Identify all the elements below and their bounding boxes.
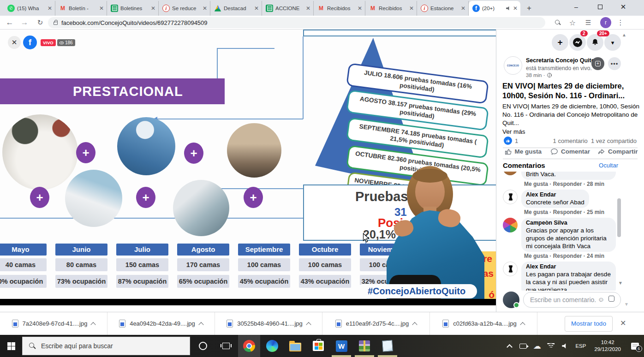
- winrar-taskbar-button[interactable]: [353, 335, 376, 357]
- comment[interactable]: Campeòn Silva Gracias por apoyar a los g…: [503, 218, 630, 259]
- account-menu-button[interactable]: ▾: [604, 34, 621, 51]
- commenter-avatar[interactable]: [503, 218, 518, 232]
- comment-meta[interactable]: Me gusta · Responder · 25 min: [524, 209, 630, 215]
- downloads-close-icon[interactable]: ✕: [620, 319, 626, 327]
- close-video-button[interactable]: ✕: [8, 36, 21, 49]
- notification-center-button[interactable]: 6: [626, 335, 644, 357]
- browser-tab[interactable]: Se reduce ✕: [159, 1, 210, 16]
- tab-close-icon[interactable]: ✕: [254, 5, 259, 12]
- store-taskbar-button[interactable]: [307, 335, 329, 357]
- tab-close-icon[interactable]: ✕: [358, 5, 362, 12]
- chevron-up-icon[interactable]: [520, 322, 525, 327]
- tray-expand-button[interactable]: [502, 335, 516, 357]
- zoom-icon[interactable]: [552, 17, 564, 29]
- scroll-up-icon[interactable]: ▲: [622, 32, 626, 37]
- browser-tab[interactable]: Boletín - ✕: [55, 1, 107, 16]
- browser-tab[interactable]: Estacione ✕: [417, 1, 469, 16]
- comment-button[interactable]: Comentar: [547, 145, 594, 158]
- browser-tab[interactable]: (15) Wha ✕: [4, 1, 55, 16]
- comment[interactable]: Saludos Señora Concejala Brith Vaca. Me …: [503, 172, 630, 187]
- taskbar-search[interactable]: Escribe aquí para buscar: [22, 337, 190, 355]
- comment[interactable]: Alex Endar Concrete señor Abad Me gusta …: [503, 190, 630, 215]
- tab-close-icon[interactable]: ✕: [306, 5, 310, 12]
- save-video-button[interactable]: +: [591, 57, 604, 70]
- chevron-up-icon[interactable]: [91, 322, 96, 327]
- language-indicator[interactable]: ESP: [572, 343, 590, 349]
- back-icon[interactable]: ←: [4, 17, 16, 29]
- reading-list-icon[interactable]: ☰: [582, 17, 594, 29]
- sticker-icon[interactable]: [608, 296, 614, 302]
- notepad-taskbar-button[interactable]: [376, 335, 399, 357]
- clock[interactable]: 10:42 29/12/2020: [590, 339, 626, 353]
- emoji-icon[interactable]: ☺: [598, 296, 604, 303]
- download-item[interactable]: c02fd63a-a12b-4a....jpg: [430, 312, 537, 335]
- commenter-name[interactable]: Alex Endar: [526, 263, 611, 270]
- browser-tab[interactable]: (20+) ✕: [469, 1, 520, 16]
- refresh-icon[interactable]: ↻: [34, 17, 46, 29]
- comments-list[interactable]: Saludos Señora Concejala Brith Vaca. Me …: [496, 172, 630, 291]
- tab-close-icon[interactable]: ✕: [151, 5, 155, 12]
- commenter-name[interactable]: Alex Endar: [526, 191, 584, 198]
- explorer-taskbar-button[interactable]: [284, 335, 306, 357]
- browser-tab[interactable]: Recibidos ✕: [314, 1, 365, 16]
- show-all-downloads-button[interactable]: Mostrar todo: [565, 316, 613, 332]
- url-text[interactable]: facebook.com/ConcejoQuito/videos/6927722…: [61, 19, 208, 26]
- menu-dots-icon[interactable]: ⋮: [614, 17, 626, 29]
- scroll-down-icon[interactable]: ▼: [618, 280, 623, 286]
- like-button[interactable]: Me gusta: [499, 145, 547, 158]
- window-restore-button[interactable]: [590, 0, 611, 14]
- wifi-icon[interactable]: [544, 335, 558, 357]
- window-close-button[interactable]: ✕: [613, 0, 634, 14]
- chevron-up-icon[interactable]: [198, 322, 203, 327]
- download-item[interactable]: 7a2408e9-67cd-41....jpg: [0, 312, 107, 335]
- share-button[interactable]: Compartir: [594, 145, 641, 158]
- commenter-avatar[interactable]: [503, 172, 518, 175]
- tab-close-icon[interactable]: ✕: [513, 5, 518, 12]
- profile-avatar[interactable]: r: [600, 17, 611, 28]
- address-bar[interactable]: facebook.com/ConcejoQuito/videos/6927722…: [48, 17, 545, 28]
- cortana-button[interactable]: [192, 335, 214, 357]
- tab-close-icon[interactable]: ✕: [461, 5, 465, 12]
- page-name[interactable]: Secretaría Concejo Quito: [526, 57, 595, 64]
- hide-comments-link[interactable]: Ocultar: [599, 162, 618, 169]
- like-count[interactable]: 1: [515, 137, 518, 144]
- post-stats[interactable]: 1 comentario 1 vez compartido: [553, 137, 637, 144]
- download-item[interactable]: 30525b48-4960-41....jpg: [215, 312, 322, 335]
- comment-meta[interactable]: Me gusta · Responder · 24 min: [524, 253, 630, 259]
- start-button[interactable]: [0, 335, 22, 357]
- page-avatar[interactable]: CONCEJO: [504, 56, 522, 75]
- task-view-button[interactable]: [215, 335, 237, 357]
- browser-tab[interactable]: Destacad ✕: [210, 1, 262, 16]
- comment-meta[interactable]: Me gusta · Responder · 28 min: [524, 181, 630, 187]
- onedrive-icon[interactable]: ☁: [530, 335, 544, 357]
- browser-tab[interactable]: Recibidos ✕: [365, 1, 417, 16]
- download-item[interactable]: e110ea9f-2d75-4c....jpg: [322, 312, 430, 335]
- messenger-button[interactable]: [569, 34, 586, 51]
- chevron-up-icon[interactable]: [412, 322, 417, 327]
- commenter-avatar[interactable]: [503, 190, 518, 204]
- tab-close-icon[interactable]: ✕: [99, 5, 104, 12]
- comment-input[interactable]: [523, 292, 621, 308]
- browser-tab[interactable]: Boletines ✕: [107, 1, 159, 16]
- create-button[interactable]: +: [552, 34, 568, 51]
- window-minimize-button[interactable]: –: [566, 0, 587, 14]
- tab-close-icon[interactable]: ✕: [409, 5, 414, 12]
- comment[interactable]: Alex Endar Les pagan para trabajar desde…: [503, 262, 630, 291]
- bookmark-star-icon[interactable]: ☆: [566, 17, 578, 29]
- commenter-avatar[interactable]: [503, 262, 518, 276]
- chrome-taskbar-button[interactable]: [238, 335, 260, 357]
- scroll-down-icon[interactable]: ▼: [624, 302, 629, 307]
- tab-close-icon[interactable]: ✕: [48, 5, 52, 12]
- new-tab-button[interactable]: +: [523, 2, 535, 14]
- see-more-link[interactable]: Ver más: [502, 128, 525, 135]
- forward-icon[interactable]: →: [18, 17, 30, 29]
- chevron-up-icon[interactable]: [306, 322, 311, 327]
- post-options-button[interactable]: •••: [608, 57, 621, 70]
- word-taskbar-button[interactable]: W: [330, 335, 352, 357]
- volume-icon[interactable]: [558, 335, 572, 357]
- download-item[interactable]: 4ea0942b-42da-49....jpg: [107, 312, 215, 335]
- comments-scrollbar[interactable]: [617, 198, 621, 237]
- commenter-name[interactable]: Campeòn Silva: [526, 220, 611, 226]
- video-player[interactable]: PRESTACIONAL JULIO 18.606 pruebas tomada…: [0, 30, 496, 305]
- meet-now-icon[interactable]: [516, 335, 530, 357]
